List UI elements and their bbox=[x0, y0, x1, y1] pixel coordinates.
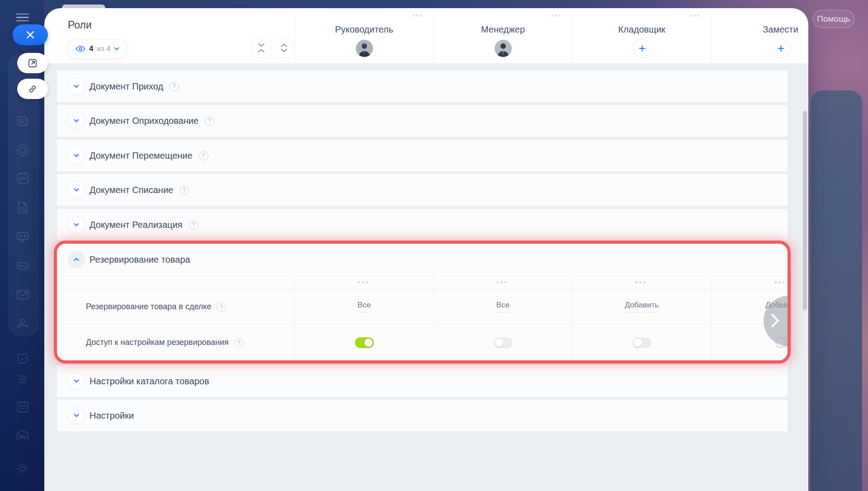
expand-all-button[interactable] bbox=[274, 38, 294, 58]
cash-register-icon[interactable] bbox=[15, 259, 30, 273]
group-title: Резервирование товара bbox=[90, 255, 190, 265]
column-menu-icon[interactable] bbox=[358, 281, 368, 283]
toggle-off[interactable] bbox=[632, 337, 651, 348]
role-menu-icon[interactable] bbox=[551, 14, 561, 17]
add-user-button[interactable]: + bbox=[772, 39, 791, 58]
product-icon[interactable] bbox=[15, 143, 30, 157]
expand-row-button[interactable] bbox=[68, 407, 85, 424]
help-icon[interactable]: ? bbox=[234, 338, 244, 347]
permission-row[interactable]: Документ Оприходование? bbox=[57, 105, 788, 137]
row-title: Документ Приход bbox=[90, 81, 163, 92]
vertical-scrollbar[interactable] bbox=[803, 111, 807, 310]
expand-row-button[interactable] bbox=[68, 147, 85, 164]
chevron-down-icon bbox=[73, 378, 80, 384]
permission-row[interactable]: Документ Реализация? bbox=[57, 209, 788, 241]
scroll-right-area bbox=[735, 289, 788, 353]
presentation-icon[interactable] bbox=[15, 230, 30, 244]
column-menu-icon[interactable] bbox=[496, 281, 507, 283]
role-name[interactable]: Кладовщик bbox=[572, 24, 711, 35]
role-name[interactable]: Менеджер bbox=[434, 24, 572, 35]
expand-row-button[interactable] bbox=[68, 181, 85, 198]
close-button[interactable] bbox=[13, 24, 48, 45]
permission-row[interactable]: Документ Списание? bbox=[57, 174, 788, 206]
chevron-down-icon bbox=[73, 118, 80, 124]
roles-panel: Роли 4 из 4 Руководитель Менеджер bbox=[44, 8, 808, 491]
row-title: Документ Списание bbox=[90, 185, 173, 195]
chevron-down-icon bbox=[73, 152, 80, 159]
collapse-icon bbox=[257, 43, 266, 53]
chevron-down-icon bbox=[73, 222, 80, 228]
help-icon[interactable]: ? bbox=[199, 151, 208, 161]
collapse-all-button[interactable] bbox=[251, 38, 271, 58]
column-menu-icon[interactable] bbox=[635, 281, 646, 283]
mail-icon[interactable] bbox=[15, 288, 30, 302]
help-icon[interactable]: ? bbox=[179, 185, 189, 195]
sidebar bbox=[0, 0, 44, 491]
eye-icon bbox=[75, 44, 85, 54]
calendar-icon[interactable] bbox=[15, 171, 30, 185]
row-title: Настройки каталога товаров bbox=[90, 376, 209, 387]
page-title: Роли bbox=[68, 19, 92, 31]
background-side-panel bbox=[811, 90, 862, 491]
permission-select[interactable]: Добавить bbox=[625, 301, 659, 312]
permission-row[interactable]: Настройки каталога товаров bbox=[57, 365, 788, 397]
visible-count: 4 bbox=[89, 44, 93, 53]
expand-icon bbox=[279, 43, 288, 53]
tasks-icon[interactable] bbox=[15, 351, 30, 366]
role-column-header: Кладовщик + bbox=[572, 8, 711, 63]
add-user-button[interactable]: + bbox=[633, 39, 652, 58]
screen: Помощь bbox=[0, 0, 868, 491]
role-column-header: Руководитель bbox=[295, 8, 434, 63]
open-window-button[interactable] bbox=[17, 53, 48, 73]
help-button-label: Помощь bbox=[817, 14, 850, 24]
permissions-table: Документ Приход? Документ Оприходование?… bbox=[44, 63, 808, 491]
avatar[interactable] bbox=[356, 40, 373, 57]
role-menu-icon[interactable] bbox=[690, 14, 699, 17]
chevron-up-icon bbox=[73, 256, 80, 263]
help-icon[interactable]: ? bbox=[217, 302, 226, 312]
help-icon[interactable]: ? bbox=[205, 116, 214, 126]
copy-link-button[interactable] bbox=[17, 79, 48, 99]
menu-icon[interactable] bbox=[16, 14, 29, 22]
permission-select[interactable]: Все bbox=[358, 301, 371, 312]
expand-row-button[interactable] bbox=[68, 373, 85, 390]
role-name[interactable]: Руководитель bbox=[295, 24, 434, 35]
collapse-row-button[interactable] bbox=[68, 251, 85, 268]
permission-row[interactable]: Документ Перемещение? bbox=[57, 140, 788, 171]
warehouse-icon[interactable] bbox=[15, 428, 30, 443]
help-icon[interactable]: ? bbox=[170, 82, 179, 91]
chevron-down-icon bbox=[73, 187, 80, 193]
avatar[interactable] bbox=[495, 40, 512, 57]
help-icon[interactable]: ? bbox=[189, 220, 198, 230]
expand-row-button[interactable] bbox=[68, 216, 85, 233]
row-title: Документ Оприходование bbox=[90, 116, 198, 126]
group-header-row[interactable]: Резервирование товара bbox=[57, 244, 788, 275]
chevron-right-icon bbox=[770, 313, 780, 330]
expand-row-button[interactable] bbox=[68, 78, 85, 95]
open-window-icon bbox=[28, 58, 38, 68]
permission-row[interactable]: Настройки bbox=[57, 400, 788, 431]
toggle-off[interactable] bbox=[494, 337, 513, 348]
reservation-group: Резервирование товара Резервирование тов… bbox=[54, 241, 791, 364]
link-icon bbox=[28, 84, 38, 94]
plan-icon[interactable] bbox=[15, 400, 30, 414]
clients-icon[interactable] bbox=[15, 316, 30, 331]
group-column-strip bbox=[57, 275, 788, 289]
permission-row[interactable]: Документ Приход? bbox=[57, 71, 788, 102]
expand-row-button[interactable] bbox=[68, 112, 85, 129]
sub-row-title: Резервирование товара в сделке bbox=[86, 302, 211, 312]
role-name[interactable]: Замести bbox=[711, 24, 808, 35]
chevron-down-icon bbox=[73, 83, 80, 90]
settings-icon[interactable] bbox=[15, 462, 30, 476]
toggle-on[interactable] bbox=[355, 337, 374, 348]
roles-visibility-filter[interactable]: 4 из 4 bbox=[67, 39, 128, 59]
column-menu-icon[interactable] bbox=[774, 281, 785, 283]
role-menu-icon[interactable] bbox=[412, 14, 422, 17]
help-button[interactable]: Помощь bbox=[813, 10, 854, 28]
permission-select[interactable]: Все bbox=[496, 301, 509, 312]
chevron-down-icon bbox=[114, 47, 119, 51]
filter-icon[interactable] bbox=[15, 372, 30, 386]
document-icon[interactable] bbox=[15, 200, 30, 215]
news-icon[interactable] bbox=[15, 114, 30, 128]
plus-icon: + bbox=[639, 42, 646, 55]
